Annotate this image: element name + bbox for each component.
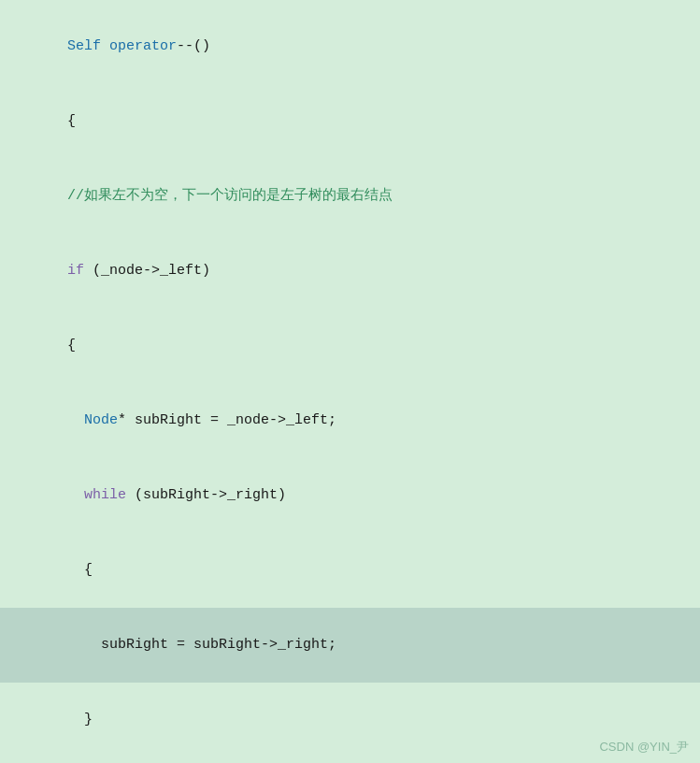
code-token: { [67, 338, 76, 353]
code-line-4: if (_node->_left) [0, 234, 700, 309]
code-token: Node [84, 412, 118, 428]
code-line-1: Self operator--() [0, 9, 700, 84]
code-token: Self operator [67, 38, 177, 54]
code-token: while [84, 487, 126, 503]
code-line-2: { [0, 84, 700, 159]
code-token: if [67, 263, 84, 279]
code-token: { [84, 562, 93, 578]
code-line-3: //如果左不为空，下一个访问的是左子树的最右结点 [0, 159, 700, 234]
code-token: * subRight = _node->_left; [118, 412, 336, 428]
code-token: --() [177, 38, 210, 54]
code-token: } [84, 712, 93, 727]
code-line-9: subRight = subRight->_right; [0, 608, 700, 683]
code-line-11: _node = subRight; [0, 757, 700, 763]
code-line-5: { [0, 309, 700, 383]
watermark: CSDN @YIN_尹 [599, 739, 689, 756]
code-line-8: { [0, 533, 700, 608]
code-line-7: while (subRight->_right) [0, 458, 700, 533]
code-token: (subRight->_right) [126, 487, 286, 503]
code-token: subRight = subRight->_right; [101, 637, 336, 653]
code-token: //如果左不为空，下一个访问的是左子树的最右结点 [67, 188, 393, 204]
code-line-6: Node* subRight = _node->_left; [0, 383, 700, 458]
code-token: { [67, 113, 76, 129]
code-line-10: } （局部变量） RBTreeNode<T> *subRight 联机搜索 [0, 683, 700, 757]
code-editor: Self operator--() { //如果左不为空，下一个访问的是左子树的… [0, 0, 700, 763]
code-token: (_node->_left) [84, 263, 210, 279]
